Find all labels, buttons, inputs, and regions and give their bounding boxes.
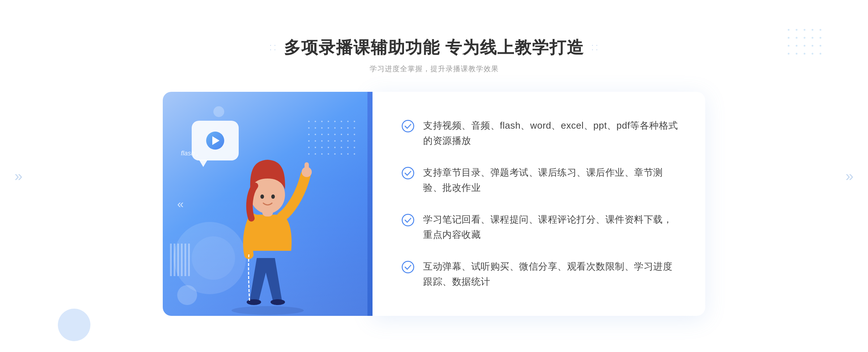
features-panel: 支持视频、音频、flash、word、excel、ppt、pdf等各种格式的资源… [373,92,705,316]
small-circle-2 [213,106,224,117]
feature-item-3: 学习笔记回看、课程提问、课程评论打分、课件资料下载，重点内容收藏 [401,212,680,242]
main-title: 多项录播课辅助功能 专为线上教学打造 [284,37,584,59]
left-arrow-decoration: » [14,168,22,184]
title-row: ⁚ ⁚ 多项录播课辅助功能 专为线上教学打造 ⁚ ⁚ [269,37,599,59]
svg-point-14 [402,261,414,273]
check-icon-1 [401,120,414,133]
feature-item-4: 互动弹幕、试听购买、微信分享、观看次数限制、学习进度跟踪、数据统计 [401,259,680,289]
dots-right-icon: ⁚ [591,43,594,52]
dots-left-icon: ⁚ [269,43,272,52]
subtitle: 学习进度全掌握，提升录播课教学效果 [269,64,599,74]
small-circle-1 [177,285,197,305]
svg-rect-10 [170,244,192,276]
svg-point-12 [402,167,414,179]
figure-illustration [206,142,329,316]
svg-point-11 [402,120,414,132]
svg-point-1 [247,299,261,305]
feature-text-4: 互动弹幕、试听购买、微信分享、观看次数限制、学习进度跟踪、数据统计 [423,259,680,289]
header-dots-right: ⁚ ⁚ [591,43,599,52]
svg-point-5 [260,194,264,199]
feature-item-1: 支持视频、音频、flash、word、excel、ppt、pdf等各种格式的资源… [401,118,680,148]
feature-text-3: 学习笔记回看、课程提问、课程评论打分、课件资料下载，重点内容收藏 [423,212,680,242]
feature-text-2: 支持章节目录、弹题考试、课后练习、课后作业、章节测验、批改作业 [423,165,680,195]
svg-point-13 [402,214,414,226]
feature-item-2: 支持章节目录、弹题考试、课后练习、课后作业、章节测验、批改作业 [401,165,680,195]
right-dot-grid-decoration [788,29,825,58]
svg-rect-8 [305,162,309,174]
svg-point-2 [271,299,285,305]
deco-circle-bottom-left [58,309,90,341]
dots-right-icon2: ⁚ [596,43,599,52]
blue-bar-decoration [367,92,373,316]
svg-point-0 [231,306,304,315]
page-wrapper: » » ⁚ ⁚ 多项录播课辅助功能 专为线上教学打造 ⁚ ⁚ 学习进度全掌握，提… [0,0,868,352]
page-header: ⁚ ⁚ 多项录播课辅助功能 专为线上教学打造 ⁚ ⁚ 学习进度全掌握，提升录播课… [269,37,599,74]
header-dots-left: ⁚ ⁚ [269,43,277,52]
content-area: flash , [163,92,705,316]
flash-label: flash , [181,150,198,157]
svg-point-6 [271,194,275,199]
right-arrow-decoration: » [846,168,854,184]
check-icon-4 [401,261,414,274]
illustration-panel: flash , [163,92,373,316]
check-icon-2 [401,167,414,180]
check-icon-3 [401,214,414,227]
feature-text-1: 支持视频、音频、flash、word、excel、ppt、pdf等各种格式的资源… [423,118,680,148]
stripes-decoration [170,244,192,276]
illus-arrow-left: « [177,197,184,210]
dots-left-icon2: ⁚ [274,43,277,52]
